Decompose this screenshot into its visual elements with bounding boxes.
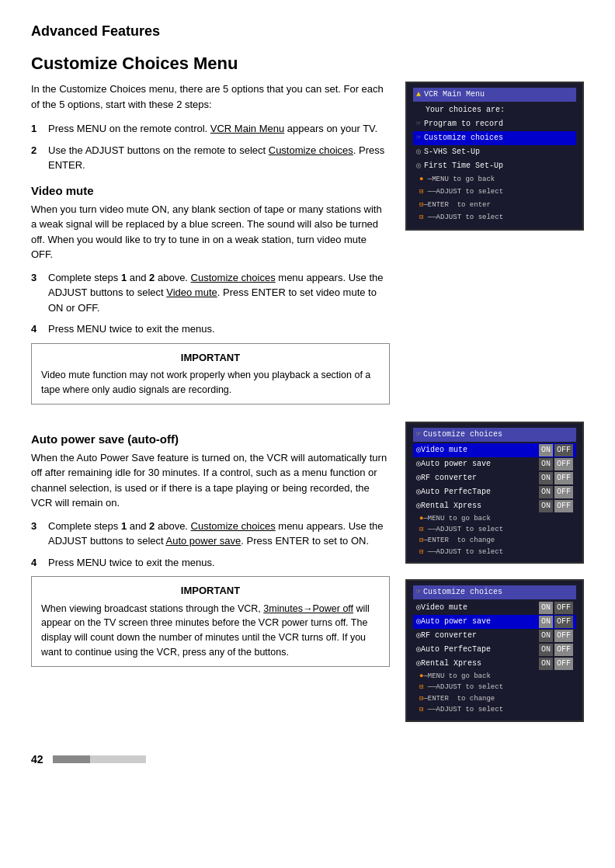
vcr-menu-item-4: ◎ First Time Set-Up — [413, 159, 576, 173]
choices2-row-perfect: ◎Auto PerfecTape ON OFF — [413, 643, 576, 657]
vcr-main-menu-screen: ▲ VCR Main Menu Your choices are: ☞ Prog… — [405, 82, 584, 231]
step-3-auto: 3 Complete steps 1 and 2 above. Customiz… — [31, 519, 390, 549]
screen-column-2: ☞ Customize choices ◎Video mute ON OFF ◎… — [405, 422, 584, 730]
step3-auto-text: Complete steps 1 and 2 above. Customize … — [48, 519, 390, 549]
customize-choices-screen-1: ☞ Customize choices ◎Video mute ON OFF ◎… — [405, 422, 584, 564]
choices-nav-4: ⊟ ——ADJUST to select — [413, 547, 576, 557]
choices-row-perfect: ◎Auto PerfecTape ON OFF — [413, 485, 576, 499]
choices2-row-video-mute: ◎Video mute ON OFF — [413, 601, 576, 615]
choices-nav-2: ⊟ ——ADJUST to select — [413, 524, 576, 535]
important-title-1: IMPORTANT — [41, 350, 380, 366]
vcr-menu-item-2: ☞ Customize choices — [413, 131, 576, 145]
choices2-nav-2: ⊟ ——ADJUST to select — [413, 682, 576, 693]
step1-text: Press MENU on the remote control. VCR Ma… — [48, 121, 390, 137]
intro-text: In the Customize Choices menu, there are… — [31, 82, 390, 112]
video-mute-body: When you turn video mute ON, any blank s… — [31, 202, 390, 262]
auto-power-title: Auto power save (auto-off) — [31, 432, 390, 446]
choices2-row-rental: ◎Rental Xpress ON OFF — [413, 657, 576, 671]
step-1: 1 Press MENU on the remote control. VCR … — [31, 121, 390, 137]
vcr-nav-hint-2: ⊟ ——ADJUST to select — [413, 186, 576, 198]
choices-nav-1: ●—MENU to go back — [413, 513, 576, 524]
choices-row-auto-power: ◎Auto power save ON OFF — [413, 457, 576, 471]
vcr-screen-title: ▲ VCR Main Menu — [413, 88, 576, 102]
vcr-menu-item-0: Your choices are: — [413, 103, 576, 117]
section-title: Customize Choices Menu — [31, 54, 584, 74]
vcr-nav-hint-1: ● —MENU to go back — [413, 173, 576, 186]
vcr-nav-hint-3: ⊟—ENTER to enter — [413, 199, 576, 211]
choices-title-2: ☞ Customize choices — [413, 585, 576, 599]
step3-text: Complete steps 1 and 2 above. Customize … — [48, 270, 390, 316]
important-box-2: IMPORTANT When viewing broadcast station… — [31, 576, 390, 667]
choices2-nav-4: ⊟ ——ADJUST to select — [413, 704, 576, 715]
important-text-2: When viewing broadcast stations through … — [41, 602, 380, 660]
auto-power-body: When the Auto Power Save feature is turn… — [31, 450, 390, 511]
choices-row-video-mute: ◎Video mute ON OFF — [413, 443, 576, 457]
choices2-row-rf: ◎RF converter ON OFF — [413, 629, 576, 643]
step4-auto-text: Press MENU twice to exit the menus. — [48, 555, 390, 571]
important-text-1: Video mute function may not work properl… — [41, 368, 380, 398]
choices-nav-3: ⊟—ENTER to change — [413, 535, 576, 546]
video-mute-title: Video mute — [31, 184, 390, 197]
important-title-2: IMPORTANT — [41, 583, 380, 599]
step-4: 4 Press MENU twice to exit the menus. — [31, 321, 390, 337]
vcr-menu-item-3: ◎ S-VHS Set-Up — [413, 145, 576, 159]
vcr-menu-item-1: ☞ Program to record — [413, 117, 576, 131]
choices-title-1: ☞ Customize choices — [413, 428, 576, 442]
choices2-nav-3: ⊟—ENTER to change — [413, 693, 576, 704]
vcr-icon: ▲ — [416, 89, 421, 101]
step2-text: Use the ADJUST buttons on the remote to … — [48, 143, 390, 173]
page-title: Advanced Features — [31, 23, 584, 40]
screen-column-1: ▲ VCR Main Menu Your choices are: ☞ Prog… — [405, 82, 584, 414]
choices-row-rf: ◎RF converter ON OFF — [413, 471, 576, 485]
important-box-1: IMPORTANT Video mute function may not wo… — [31, 343, 390, 404]
vcr-nav-hint-4: ⊟ ——ADJUST to select — [413, 211, 576, 224]
page-progress-bar — [53, 755, 146, 763]
choices2-row-auto-power: ◎Auto power save ON OFF — [413, 615, 576, 629]
step4-text: Press MENU twice to exit the menus. — [48, 321, 390, 337]
customize-choices-screen-2: ☞ Customize choices ◎Video mute ON OFF ◎… — [405, 579, 584, 722]
page-number: 42 — [31, 753, 43, 766]
step-3: 3 Complete steps 1 and 2 above. Customiz… — [31, 270, 390, 316]
step-4-auto: 4 Press MENU twice to exit the menus. — [31, 555, 390, 571]
choices2-nav-1: ●—MENU to go back — [413, 671, 576, 682]
step-2: 2 Use the ADJUST buttons on the remote t… — [31, 143, 390, 173]
choices-row-rental: ◎Rental Xpress ON OFF — [413, 499, 576, 513]
